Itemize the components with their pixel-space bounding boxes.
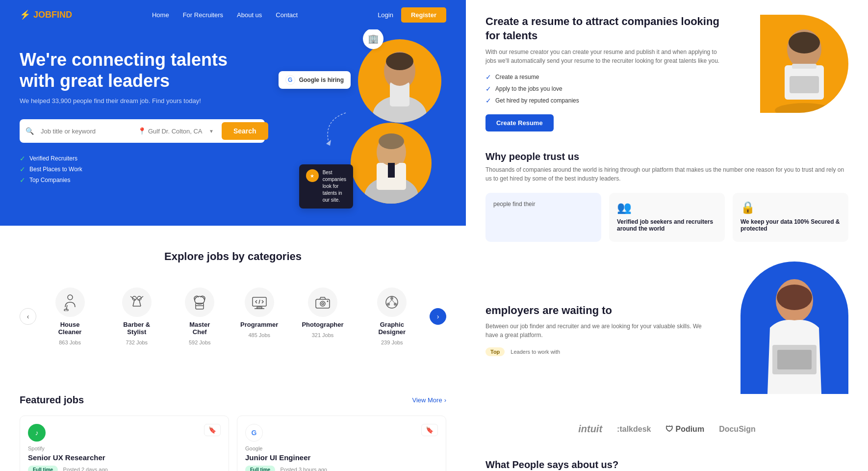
right-panel: Create a resume to attract companies loo…: [466, 0, 868, 471]
location-input[interactable]: [148, 128, 207, 135]
logo-text: JOBFIND: [33, 10, 72, 20]
talent-bubble: ★ Best companies look for talents in our…: [299, 164, 353, 209]
reviews-title: What People says about us?: [485, 459, 848, 471]
category-programmer[interactable]: Programmer 485 Jobs: [232, 278, 286, 355]
resume-check-2: ✓ Apply to the jobs you love: [485, 85, 726, 93]
job-search-input[interactable]: [38, 125, 126, 138]
view-more-arrow-icon: ›: [444, 396, 446, 404]
resume-checks: ✓ Create a resume ✓ Apply to the jobs yo…: [485, 73, 726, 105]
chef-icon: [185, 288, 214, 317]
check-icon-1: ✓: [20, 155, 26, 162]
top-label: Top: [485, 347, 505, 356]
resume-subtitle: With our resume creator you can create y…: [485, 48, 726, 65]
job-meta-1: Full time Posted 2 days ago: [28, 465, 221, 471]
trust-title: Why people trust us: [485, 151, 848, 162]
location-icon: 📍: [138, 127, 146, 135]
register-button[interactable]: Register: [401, 7, 446, 23]
bookmark-button-1[interactable]: 🔖: [204, 424, 221, 436]
trust-cards: people find their 👥 Verified job seekers…: [485, 193, 848, 242]
programmer-icon: [245, 288, 274, 317]
logo: ⚡ JOBFIND: [20, 9, 72, 20]
nav-recruiters[interactable]: For Recruiters: [183, 11, 223, 19]
chef-count: 592 Jobs: [189, 340, 211, 345]
brand-podium: 🛡 Podium: [665, 425, 704, 434]
resume-check-1: ✓ Create a resume: [485, 73, 726, 81]
google-logo-bubble: G: [285, 75, 295, 85]
employers-title: employers are waiting to: [485, 304, 706, 317]
hero-section: We're connecting talents with great lead…: [0, 29, 466, 226]
job-title-1: Senior UX Researcher: [28, 453, 221, 462]
svg-rect-43: [777, 350, 812, 369]
photographer-count: 321 Jobs: [312, 332, 334, 338]
svg-line-33: [389, 300, 392, 303]
employers-image-bg: [740, 262, 848, 394]
graphic-designer-icon: [377, 288, 407, 317]
job-company-2: Google: [245, 445, 438, 451]
employers-text: employers are waiting to Between our job…: [485, 304, 706, 356]
resume-image-bg: [760, 15, 848, 113]
svg-line-23: [259, 300, 260, 304]
job-badge-2: Full time: [245, 466, 275, 471]
job-posted-2: Posted 3 hours ago: [281, 467, 327, 471]
trust-section: Why people trust us Thousands of compani…: [485, 151, 848, 242]
graphic-designer-count: 239 Jobs: [381, 340, 403, 345]
job-header-1: ♪ 🔖: [28, 424, 221, 445]
job-badge-1: Full time: [28, 466, 58, 471]
logo-icon: ⚡: [20, 9, 30, 20]
featured-jobs-title: Featured jobs: [20, 394, 84, 406]
svg-point-41: [777, 285, 812, 310]
svg-marker-11: [326, 140, 331, 146]
navbar: ⚡ JOBFIND Home For Recruiters About us C…: [0, 0, 466, 29]
svg-rect-10: [388, 163, 395, 178]
categories-title: Explore jobs by categories: [20, 250, 446, 263]
resume-check-3: ✓ Get hired by reputed companies: [485, 97, 726, 105]
svg-point-35: [789, 32, 820, 53]
svg-point-26: [322, 303, 324, 305]
nav-contact[interactable]: Contact: [276, 11, 298, 19]
google-hiring-text: Google is hiring: [299, 77, 344, 83]
category-graphic-designer[interactable]: Graphic Designer 239 Jobs: [359, 278, 425, 355]
barber-label: Barber & Stylist: [114, 321, 159, 336]
reviews-section: What People says about us?: [485, 459, 848, 471]
employers-illustration: [721, 262, 848, 399]
resume-title: Create a resume to attract companies loo…: [485, 15, 726, 43]
featured-header: Featured jobs View More ›: [20, 394, 446, 406]
slider-next-button[interactable]: ›: [430, 308, 446, 325]
svg-point-12: [68, 295, 73, 300]
svg-point-4: [386, 52, 413, 70]
category-barber[interactable]: Barber & Stylist 732 Jobs: [106, 278, 167, 355]
category-chef[interactable]: Master Chef 592 Jobs: [175, 278, 225, 355]
jobs-grid: ♪ 🔖 Spotify Senior UX Researcher Full ti…: [20, 416, 446, 471]
programmer-label: Programmer: [240, 321, 278, 328]
check-icon-2: ✓: [20, 165, 26, 173]
search-button[interactable]: Search: [222, 122, 268, 140]
resume-text: Create a resume to attract companies loo…: [485, 15, 726, 131]
slider-prev-button[interactable]: ‹: [20, 308, 36, 325]
nav-links: Home For Recruiters About us Contact: [152, 10, 298, 19]
trust-stat-text: people find their: [493, 201, 593, 208]
svg-point-30: [394, 303, 397, 306]
bookmark-button-2[interactable]: 🔖: [421, 424, 438, 436]
resume-check-icon-1: ✓: [485, 73, 491, 81]
category-photographer[interactable]: Photographer 321 Jobs: [294, 278, 351, 355]
nav-home[interactable]: Home: [152, 11, 169, 19]
nav-about[interactable]: About us: [237, 11, 262, 19]
login-button[interactable]: Login: [378, 11, 393, 19]
hero-check-3: ✓ Top Companies: [20, 176, 265, 184]
view-more-link[interactable]: View More ›: [412, 396, 446, 404]
hero-check-2: ✓ Best Places to Work: [20, 165, 265, 173]
create-resume-button[interactable]: Create Resume: [485, 114, 554, 131]
svg-line-32: [392, 300, 395, 303]
brand-intuit: intuit: [578, 423, 602, 435]
svg-point-31: [387, 303, 390, 306]
barber-count: 732 Jobs: [126, 340, 148, 345]
graphic-designer-label: Graphic Designer: [367, 321, 417, 336]
hero-subtitle: We helped 33,900 people find their dream…: [20, 97, 265, 105]
job-company-1: Spotify: [28, 445, 221, 451]
svg-point-38: [775, 103, 834, 113]
chef-label: Master Chef: [182, 321, 217, 336]
employers-section: employers are waiting to Between our job…: [485, 262, 848, 399]
category-house-cleaner[interactable]: House Cleaner 863 Jobs: [41, 278, 99, 355]
verified-icon: 👥: [617, 201, 717, 214]
curved-arrow: [321, 110, 351, 152]
